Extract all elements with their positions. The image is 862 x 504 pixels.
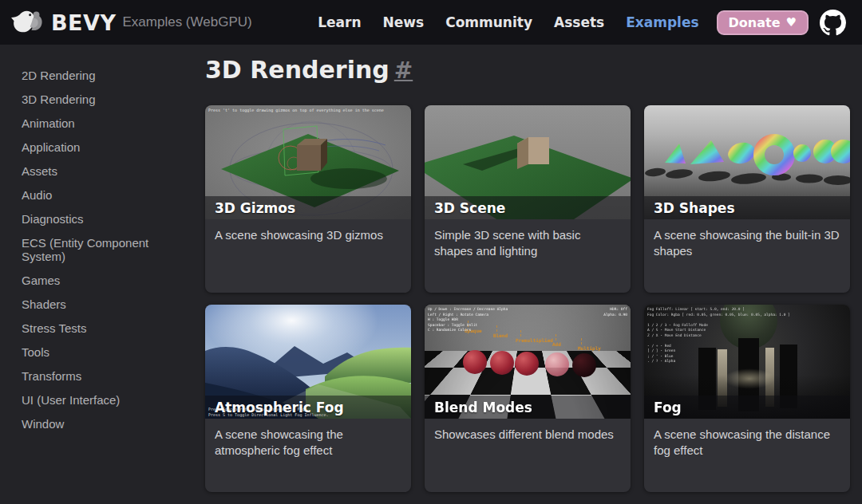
card-title: 3D Scene [434,200,505,216]
sidebar-item-stress-tests[interactable]: Stress Tests [22,321,180,335]
label-tick [556,334,556,341]
card-description: A scene showcasing the atmospheric fog e… [205,419,411,467]
shapes-thumbnail: 3D Shapes [644,105,850,219]
card-description: A scene showcasing the distance fog effe… [644,419,850,467]
donate-button[interactable]: Donate ♥ [717,10,809,35]
sidebar-item-window[interactable]: Window [22,417,180,431]
example-card-grid: Press 't' to toggle drawing gizmos on to… [205,105,850,492]
fog-thumb-note: Fog Falloff: Linear [ start: 5.0, end: 2… [647,307,790,364]
nav-link-assets[interactable]: Assets [554,14,604,30]
example-card-3d-scene[interactable]: 3D Scene Simple 3D scene with basic shap… [425,105,631,293]
page-heading: 3D Rendering # [205,56,850,85]
sphere-add [545,352,569,376]
example-card-atmospheric-fog[interactable]: Press Spacebar to Toggle Atmospheric Fog… [205,305,411,492]
main-content: 3D Rendering # [204,45,862,504]
card-title-bar: 3D Gizmos [205,196,411,219]
brand-name: BEVY [51,10,116,35]
card-title: Blend Modes [434,400,532,415]
heart-icon: ♥ [786,17,797,29]
page-title: 3D Rendering [205,56,389,85]
example-card-3d-shapes[interactable]: 3D Shapes A scene showcasing the built-i… [644,105,850,293]
category-sidebar: 2D Rendering 3D Rendering Animation Appl… [0,45,204,504]
blend-modes-thumbnail: Opaque Blend Premultiplied Add Multiply … [425,305,631,419]
sidebar-item-tools[interactable]: Tools [22,345,180,359]
sidebar-item-ui[interactable]: UI (User Interface) [22,393,180,407]
blend-label-blend: Blend [493,333,508,338]
card-title-bar: 3D Shapes [644,196,850,219]
card-description: A scene showcasing 3D gizmos [205,219,411,251]
sphere-blend [490,351,514,375]
card-description: Simple 3D scene with basic shapes and li… [425,219,631,268]
card-title: 3D Gizmos [215,200,295,216]
example-card-blend-modes[interactable]: Opaque Blend Premultiplied Add Multiply … [425,305,631,492]
sphere-premultiplied [515,352,539,376]
card-title-bar: Blend Modes [425,396,631,419]
label-tick [520,330,521,337]
sidebar-item-ecs[interactable]: ECS (Entity Component System) [22,236,180,263]
sidebar-item-assets[interactable]: Assets [22,164,180,178]
blend-label-multiply: Multiply [578,345,601,351]
card-description: Showcases different blend modes [425,419,631,451]
card-description: A scene showcasing the built-in 3D shape… [644,219,850,268]
nav-link-learn[interactable]: Learn [318,14,361,30]
atmospheric-fog-thumbnail: Press Spacebar to Toggle Atmospheric Fog… [205,305,411,419]
nav-link-news[interactable]: News [383,14,425,30]
bevy-bird-icon [11,8,45,37]
blend-label-premultiplied: Premultiplied [516,337,553,343]
sidebar-item-2d-rendering[interactable]: 2D Rendering [22,69,180,82]
sidebar-item-games[interactable]: Games [22,274,180,287]
main-nav: Learn News Community Assets Examples [318,14,698,30]
scene-thumbnail: 3D Scene [425,105,631,219]
blend-modes-help-text: Up / Down : Increase / Decrease Alpha Le… [428,307,508,333]
nav-link-community[interactable]: Community [445,14,532,30]
label-tick [581,338,582,345]
sphere-multiply [572,353,596,377]
card-title-bar: Fog [644,396,850,419]
sidebar-item-animation[interactable]: Animation [22,116,180,130]
sidebar-item-transforms[interactable]: Transforms [22,369,180,383]
page-subtitle: Examples (WebGPU) [122,14,251,30]
nav-link-examples[interactable]: Examples [626,14,698,30]
sidebar-item-shaders[interactable]: Shaders [22,297,180,311]
github-icon[interactable] [820,10,846,36]
card-title: 3D Shapes [654,200,735,216]
example-card-3d-gizmos[interactable]: Press 't' to toggle drawing gizmos on to… [205,105,411,293]
top-nav-bar: BEVY Examples (WebGPU) Learn News Commun… [0,0,862,45]
blend-label-add: Add [552,341,561,347]
sidebar-item-audio[interactable]: Audio [22,188,180,202]
fog-thumbnail: Fog Falloff: Linear [ start: 5.0, end: 2… [644,305,850,419]
atmospheric-fog-thumb-note: Press Spacebar to Toggle Atmospheric Fog… [208,407,329,419]
heading-anchor-link[interactable]: # [394,57,413,84]
card-title-bar: 3D Scene [425,196,631,219]
card-title: Fog [654,400,682,415]
gizmos-thumb-note: Press 't' to toggle drawing gizmos on to… [208,108,384,113]
sidebar-item-application[interactable]: Application [22,140,180,154]
sphere-opaque [463,350,487,374]
sidebar-item-3d-rendering[interactable]: 3D Rendering [22,93,180,106]
sidebar-item-diagnostics[interactable]: Diagnostics [22,212,180,226]
blend-modes-hud-text: HDR: Off Alpha: 0.90 [603,307,627,317]
bevy-logo[interactable]: BEVY [11,8,116,37]
gizmos-thumbnail: Press 't' to toggle drawing gizmos on to… [205,105,411,219]
example-card-fog[interactable]: Fog Falloff: Linear [ start: 5.0, end: 2… [644,305,850,492]
donate-label: Donate [729,15,781,30]
